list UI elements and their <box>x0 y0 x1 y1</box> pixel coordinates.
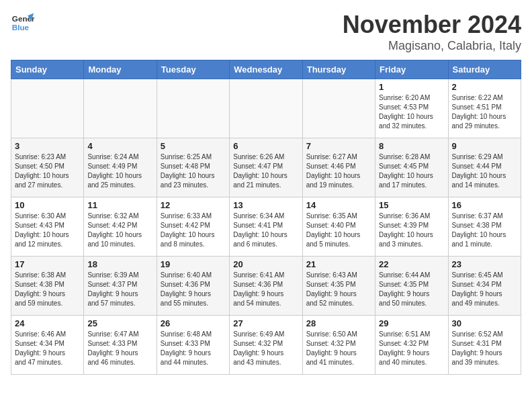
calendar-cell: 8Sunrise: 6:28 AM Sunset: 4:45 PM Daylig… <box>375 138 448 197</box>
logo-icon: General Blue <box>11 11 35 35</box>
calendar-cell: 5Sunrise: 6:25 AM Sunset: 4:48 PM Daylig… <box>157 138 229 197</box>
day-number: 14 <box>306 200 371 210</box>
weekday-header-wednesday: Wednesday <box>230 60 302 79</box>
calendar-cell: 9Sunrise: 6:29 AM Sunset: 4:44 PM Daylig… <box>448 138 521 197</box>
calendar-cell <box>11 79 84 138</box>
calendar-cell <box>230 79 302 138</box>
logo: General Blue <box>11 11 35 35</box>
calendar-cell: 16Sunrise: 6:37 AM Sunset: 4:38 PM Dayli… <box>448 197 521 257</box>
title-area: November 2024 Magisano, Calabria, Italy <box>343 11 521 53</box>
calendar-cell: 11Sunrise: 6:32 AM Sunset: 4:42 PM Dayli… <box>84 197 157 257</box>
cell-info: Sunrise: 6:49 AM Sunset: 4:32 PM Dayligh… <box>233 330 298 367</box>
day-number: 1 <box>379 82 444 92</box>
calendar-cell: 26Sunrise: 6:48 AM Sunset: 4:33 PM Dayli… <box>157 316 229 375</box>
weekday-header-monday: Monday <box>84 60 157 79</box>
month-title: November 2024 <box>343 11 521 39</box>
calendar-cell: 7Sunrise: 6:27 AM Sunset: 4:46 PM Daylig… <box>302 138 375 197</box>
day-number: 15 <box>379 200 444 210</box>
cell-info: Sunrise: 6:38 AM Sunset: 4:38 PM Dayligh… <box>15 271 80 308</box>
cell-info: Sunrise: 6:46 AM Sunset: 4:34 PM Dayligh… <box>15 330 80 367</box>
day-number: 4 <box>87 141 152 151</box>
calendar-cell: 25Sunrise: 6:47 AM Sunset: 4:33 PM Dayli… <box>84 316 157 375</box>
calendar-cell: 2Sunrise: 6:22 AM Sunset: 4:51 PM Daylig… <box>448 79 521 138</box>
day-number: 21 <box>306 259 371 269</box>
calendar-cell: 15Sunrise: 6:36 AM Sunset: 4:39 PM Dayli… <box>375 197 448 257</box>
day-number: 20 <box>233 259 298 269</box>
cell-info: Sunrise: 6:50 AM Sunset: 4:32 PM Dayligh… <box>306 330 371 367</box>
day-number: 23 <box>452 259 517 269</box>
calendar-cell: 27Sunrise: 6:49 AM Sunset: 4:32 PM Dayli… <box>230 316 302 375</box>
cell-info: Sunrise: 6:36 AM Sunset: 4:39 PM Dayligh… <box>379 212 444 249</box>
week-row-0: 1Sunrise: 6:20 AM Sunset: 4:53 PM Daylig… <box>11 79 521 138</box>
calendar-cell: 3Sunrise: 6:23 AM Sunset: 4:50 PM Daylig… <box>11 138 84 197</box>
day-number: 26 <box>161 318 226 328</box>
day-number: 5 <box>161 141 226 151</box>
calendar-cell: 29Sunrise: 6:51 AM Sunset: 4:32 PM Dayli… <box>375 316 448 375</box>
day-number: 29 <box>379 318 444 328</box>
cell-info: Sunrise: 6:25 AM Sunset: 4:48 PM Dayligh… <box>161 152 226 190</box>
calendar-cell: 19Sunrise: 6:40 AM Sunset: 4:36 PM Dayli… <box>157 257 229 316</box>
cell-info: Sunrise: 6:32 AM Sunset: 4:42 PM Dayligh… <box>87 212 152 249</box>
weekday-header-sunday: Sunday <box>11 60 84 79</box>
day-number: 27 <box>233 318 298 328</box>
calendar-cell: 6Sunrise: 6:26 AM Sunset: 4:47 PM Daylig… <box>230 138 302 197</box>
calendar-cell: 28Sunrise: 6:50 AM Sunset: 4:32 PM Dayli… <box>302 316 375 375</box>
day-number: 7 <box>306 141 371 151</box>
location-title: Magisano, Calabria, Italy <box>343 39 521 53</box>
day-number: 22 <box>379 259 444 269</box>
weekday-header-friday: Friday <box>375 60 448 79</box>
calendar-cell: 4Sunrise: 6:24 AM Sunset: 4:49 PM Daylig… <box>84 138 157 197</box>
weekday-header-thursday: Thursday <box>302 60 375 79</box>
cell-info: Sunrise: 6:43 AM Sunset: 4:35 PM Dayligh… <box>306 271 371 308</box>
cell-info: Sunrise: 6:37 AM Sunset: 4:38 PM Dayligh… <box>452 212 517 249</box>
day-number: 12 <box>161 200 226 210</box>
day-number: 3 <box>15 141 80 151</box>
cell-info: Sunrise: 6:26 AM Sunset: 4:47 PM Dayligh… <box>233 152 298 190</box>
day-number: 10 <box>15 200 80 210</box>
day-number: 30 <box>452 318 517 328</box>
calendar-cell: 13Sunrise: 6:34 AM Sunset: 4:41 PM Dayli… <box>230 197 302 257</box>
weekday-header-row: SundayMondayTuesdayWednesdayThursdayFrid… <box>11 60 521 79</box>
calendar-cell <box>157 79 229 138</box>
weekday-header-tuesday: Tuesday <box>157 60 229 79</box>
calendar-cell: 23Sunrise: 6:45 AM Sunset: 4:34 PM Dayli… <box>448 257 521 316</box>
calendar-cell: 30Sunrise: 6:52 AM Sunset: 4:31 PM Dayli… <box>448 316 521 375</box>
week-row-1: 3Sunrise: 6:23 AM Sunset: 4:50 PM Daylig… <box>11 138 521 197</box>
cell-info: Sunrise: 6:39 AM Sunset: 4:37 PM Dayligh… <box>87 271 152 308</box>
cell-info: Sunrise: 6:45 AM Sunset: 4:34 PM Dayligh… <box>452 271 517 308</box>
day-number: 25 <box>87 318 152 328</box>
svg-text:Blue: Blue <box>12 23 30 32</box>
day-number: 24 <box>15 318 80 328</box>
calendar-cell: 18Sunrise: 6:39 AM Sunset: 4:37 PM Dayli… <box>84 257 157 316</box>
cell-info: Sunrise: 6:40 AM Sunset: 4:36 PM Dayligh… <box>161 271 226 308</box>
cell-info: Sunrise: 6:30 AM Sunset: 4:43 PM Dayligh… <box>15 212 80 249</box>
day-number: 11 <box>87 200 152 210</box>
cell-info: Sunrise: 6:33 AM Sunset: 4:42 PM Dayligh… <box>161 212 226 249</box>
cell-info: Sunrise: 6:28 AM Sunset: 4:45 PM Dayligh… <box>379 152 444 190</box>
calendar-cell: 17Sunrise: 6:38 AM Sunset: 4:38 PM Dayli… <box>11 257 84 316</box>
day-number: 2 <box>452 82 517 92</box>
calendar-cell: 10Sunrise: 6:30 AM Sunset: 4:43 PM Dayli… <box>11 197 84 257</box>
header: General Blue November 2024 Magisano, Cal… <box>11 11 521 53</box>
calendar-cell: 20Sunrise: 6:41 AM Sunset: 4:36 PM Dayli… <box>230 257 302 316</box>
cell-info: Sunrise: 6:22 AM Sunset: 4:51 PM Dayligh… <box>452 93 517 131</box>
day-number: 17 <box>15 259 80 269</box>
day-number: 6 <box>233 141 298 151</box>
cell-info: Sunrise: 6:35 AM Sunset: 4:40 PM Dayligh… <box>306 212 371 249</box>
cell-info: Sunrise: 6:27 AM Sunset: 4:46 PM Dayligh… <box>306 152 371 190</box>
week-row-4: 24Sunrise: 6:46 AM Sunset: 4:34 PM Dayli… <box>11 316 521 375</box>
calendar-cell <box>84 79 157 138</box>
calendar-cell: 14Sunrise: 6:35 AM Sunset: 4:40 PM Dayli… <box>302 197 375 257</box>
cell-info: Sunrise: 6:41 AM Sunset: 4:36 PM Dayligh… <box>233 271 298 308</box>
calendar-cell <box>302 79 375 138</box>
day-number: 9 <box>452 141 517 151</box>
cell-info: Sunrise: 6:51 AM Sunset: 4:32 PM Dayligh… <box>379 330 444 367</box>
cell-info: Sunrise: 6:52 AM Sunset: 4:31 PM Dayligh… <box>452 330 517 367</box>
day-number: 16 <box>452 200 517 210</box>
cell-info: Sunrise: 6:29 AM Sunset: 4:44 PM Dayligh… <box>452 152 517 190</box>
calendar-cell: 21Sunrise: 6:43 AM Sunset: 4:35 PM Dayli… <box>302 257 375 316</box>
weekday-header-saturday: Saturday <box>448 60 521 79</box>
day-number: 19 <box>161 259 226 269</box>
calendar-cell: 24Sunrise: 6:46 AM Sunset: 4:34 PM Dayli… <box>11 316 84 375</box>
week-row-3: 17Sunrise: 6:38 AM Sunset: 4:38 PM Dayli… <box>11 257 521 316</box>
